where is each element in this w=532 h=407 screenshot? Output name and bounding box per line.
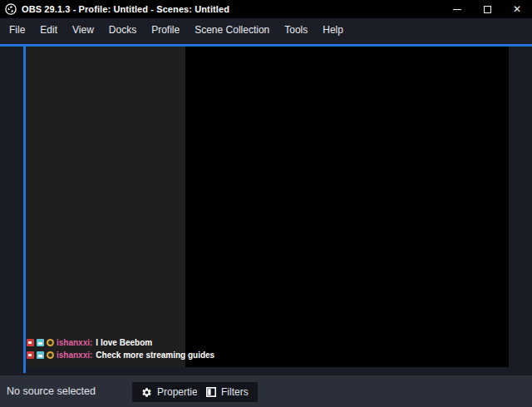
window-controls: ✕: [442, 0, 532, 18]
maximize-icon: [484, 6, 491, 13]
chat-username: ishanxxi:: [57, 338, 92, 347]
prime-badge-icon: [37, 339, 44, 346]
gear-icon: [141, 387, 152, 398]
properties-button-label: Properties: [157, 386, 203, 398]
window-title: OBS 29.1.3 - Profile: Untitled - Scenes:…: [22, 4, 229, 14]
menu-edit[interactable]: Edit: [32, 22, 65, 38]
status-text: No source selected: [7, 385, 96, 397]
chat-text: I love Beebom: [96, 338, 152, 347]
minimize-icon: [453, 9, 461, 10]
close-icon: ✕: [513, 4, 521, 14]
menu-view[interactable]: View: [65, 22, 101, 38]
broadcaster-badge-icon: [27, 351, 34, 359]
menu-help[interactable]: Help: [315, 22, 351, 38]
chat-username: ishanxxi:: [57, 351, 92, 360]
menu-profile[interactable]: Profile: [144, 22, 187, 38]
chat-text: Check more streaming guides: [96, 351, 214, 360]
chat-message: ishanxxi: Check more streaming guides: [27, 351, 214, 360]
menu-file[interactable]: File: [2, 22, 32, 38]
capture-region: [26, 47, 185, 367]
titlebar: OBS 29.1.3 - Profile: Untitled - Scenes:…: [0, 0, 532, 18]
maximize-button[interactable]: [472, 0, 502, 18]
close-button[interactable]: ✕: [502, 0, 532, 18]
filters-button-label: Filters: [221, 386, 249, 398]
preview-canvas[interactable]: ishanxxi: I love Beebom ishanxxi: Check …: [26, 47, 509, 367]
minimize-button[interactable]: [442, 0, 472, 18]
obs-logo-icon: [5, 3, 17, 15]
founder-badge-icon: [47, 351, 54, 359]
broadcaster-badge-icon: [27, 339, 34, 346]
menu-docks[interactable]: Docks: [101, 22, 144, 38]
filters-icon: [206, 387, 216, 397]
chat-message: ishanxxi: I love Beebom: [27, 338, 214, 347]
menu-tools[interactable]: Tools: [277, 22, 315, 38]
prime-badge-icon: [37, 351, 44, 359]
founder-badge-icon: [47, 339, 54, 346]
chat-overlay: ishanxxi: I love Beebom ishanxxi: Check …: [27, 338, 214, 360]
source-toolbar: No source selected Properties Filters: [0, 375, 532, 407]
menu-scene-collection[interactable]: Scene Collection: [187, 22, 277, 38]
menubar: File Edit View Docks Profile Scene Colle…: [0, 18, 532, 44]
filters-button[interactable]: Filters: [197, 382, 258, 402]
obs-window: { "window": { "title": "OBS 29.1.3 - Pro…: [0, 0, 532, 407]
